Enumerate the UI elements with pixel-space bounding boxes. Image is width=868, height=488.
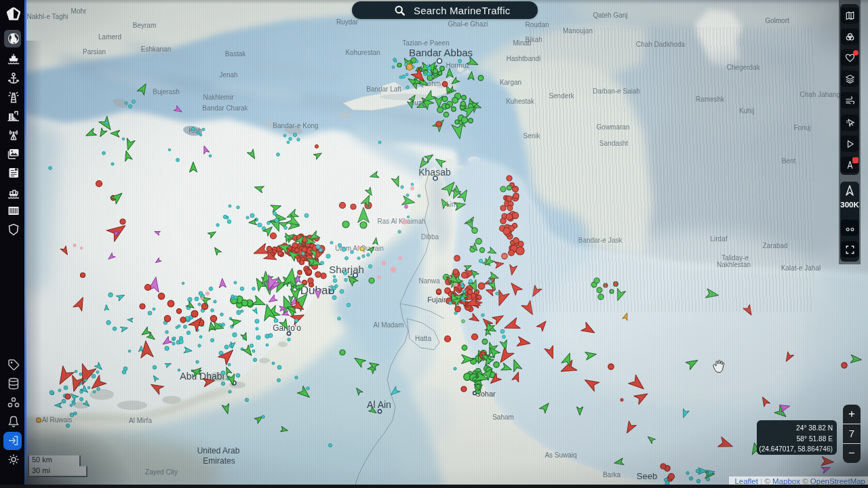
- svg-text:Kuhestak: Kuhestak: [506, 98, 535, 105]
- svg-text:Hashtbandi: Hashtbandi: [507, 55, 541, 62]
- svg-text:Abu Dhabi: Abu Dhabi: [180, 371, 224, 382]
- svg-text:Beyram: Beyram: [133, 22, 156, 29]
- svg-text:Fonuj: Fonuj: [793, 124, 810, 131]
- svg-text:Darban-e Saiah: Darban-e Saiah: [593, 87, 640, 95]
- svg-text:Bandar-e Jask: Bandar-e Jask: [578, 237, 623, 244]
- svg-text:Chah Dadkhoda: Chah Dadkhoda: [636, 41, 686, 48]
- svg-text:Dibba: Dibba: [421, 233, 439, 241]
- svg-text:Qateh Ganj: Qateh Ganj: [593, 12, 627, 19]
- svg-text:Nakhl-e Taghi: Nakhl-e Taghi: [27, 13, 68, 20]
- svg-text:Kuhij: Kuhij: [739, 107, 754, 115]
- svg-text:Chegerdak: Chegerdak: [727, 64, 761, 71]
- svg-text:Al Madam: Al Madam: [373, 321, 403, 329]
- svg-text:Kargan: Kargan: [500, 79, 521, 86]
- svg-text:Sandasht: Sandasht: [599, 140, 628, 147]
- svg-text:Emirates: Emirates: [203, 456, 235, 466]
- svg-text:Kish: Kish: [189, 127, 201, 134]
- svg-text:Gowmaran: Gowmaran: [597, 123, 630, 131]
- svg-text:Hatta: Hatta: [415, 335, 431, 342]
- svg-text:Jenah: Jenah: [219, 71, 237, 79]
- svg-text:Ruydar: Ruydar: [336, 18, 359, 26]
- svg-text:Eshkanan: Eshkanan: [141, 45, 171, 53]
- svg-text:Saham: Saham: [492, 413, 514, 421]
- svg-text:Lamerd: Lamerd: [98, 33, 121, 41]
- svg-text:Al Ain: Al Ain: [367, 399, 391, 410]
- svg-text:Tazian-e Paeen: Tazian-e Paeen: [402, 39, 450, 47]
- svg-text:Parsian: Parsian: [83, 48, 106, 56]
- svg-text:Seeb: Seeb: [637, 471, 657, 481]
- svg-text:Rameshk: Rameshk: [696, 96, 725, 103]
- svg-text:Ras Al Khaimah: Ras Al Khaimah: [377, 218, 425, 225]
- svg-text:Nakhlestan: Nakhlestan: [717, 261, 751, 268]
- svg-text:Lirdaf: Lirdaf: [710, 235, 727, 243]
- svg-text:Ghal-e Ghazi: Ghal-e Ghazi: [448, 20, 488, 28]
- svg-text:Golmort: Golmort: [765, 17, 789, 24]
- svg-text:Zayed City: Zayed City: [145, 468, 178, 476]
- svg-text:Barka: Barka: [603, 471, 621, 479]
- svg-text:As Suwaiq: As Suwaiq: [545, 451, 576, 459]
- svg-text:Bandar Abbas: Bandar Abbas: [409, 47, 473, 58]
- svg-text:Al Mirfa: Al Mirfa: [129, 417, 152, 424]
- svg-text:Bent: Bent: [782, 157, 796, 165]
- svg-text:Kohurestan: Kohurestan: [345, 49, 380, 56]
- svg-text:Al Ruwais: Al Ruwais: [42, 416, 72, 424]
- svg-text:Chah Jahangir: Chah Jahangir: [800, 91, 844, 98]
- svg-text:Bastak: Bastak: [225, 50, 247, 58]
- svg-text:Nanwa: Nanwa: [418, 277, 440, 285]
- svg-text:Kalat-e Jahal: Kalat-e Jahal: [781, 264, 821, 272]
- svg-text:Bandar Laft: Bandar Laft: [366, 85, 401, 93]
- svg-text:Manoujan: Manoujan: [563, 27, 593, 35]
- svg-text:Zarabad: Zarabad: [762, 242, 787, 249]
- svg-text:Nakhlemir: Nakhlemir: [203, 94, 234, 101]
- svg-text:Bandar-e Kong: Bandar-e Kong: [273, 122, 318, 129]
- svg-text:Mohr: Mohr: [71, 7, 87, 15]
- svg-text:Bujerash: Bujerash: [153, 88, 179, 96]
- svg-text:Bandar Charak: Bandar Charak: [202, 104, 248, 112]
- svg-text:Senik: Senik: [523, 132, 540, 140]
- svg-text:Minab: Minab: [513, 39, 532, 47]
- svg-text:United Arab: United Arab: [197, 446, 240, 455]
- svg-text:Senderk: Senderk: [549, 92, 574, 100]
- svg-text:Roudan: Roudan: [525, 21, 549, 28]
